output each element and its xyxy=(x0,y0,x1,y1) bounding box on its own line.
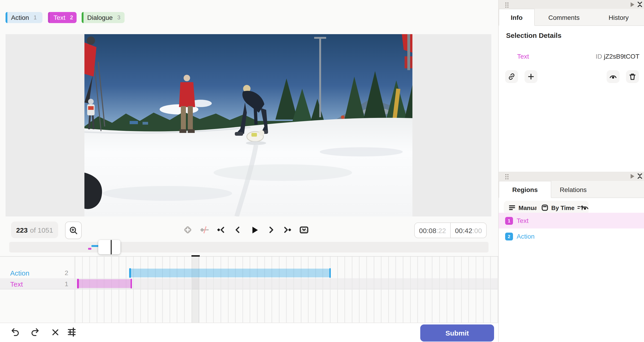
app-root: Action 1 Text 2 Dialogue 3 xyxy=(0,0,644,342)
row-label: Action xyxy=(10,269,29,277)
frame-counter[interactable]: 223 of 1051 xyxy=(11,222,58,238)
bottom-toolbar: Submit xyxy=(0,323,498,342)
settings-button[interactable] xyxy=(67,327,76,337)
prev-keypoint-button[interactable] xyxy=(216,225,226,234)
timeline-region-text-start-handle[interactable] xyxy=(77,279,79,288)
tab-history[interactable]: History xyxy=(593,9,644,26)
minimap-viewport[interactable] xyxy=(98,240,120,254)
box-chevron-down-icon xyxy=(299,225,309,235)
prev-frame-button[interactable] xyxy=(233,225,242,234)
tag-hotkey: 1 xyxy=(34,14,37,21)
drag-handle-icon[interactable] xyxy=(505,174,509,180)
timeline-playhead-handle[interactable] xyxy=(192,255,200,257)
drag-handle-icon[interactable] xyxy=(505,2,509,8)
region-label: Action xyxy=(517,233,535,240)
interpolation-toggle-button[interactable] xyxy=(199,225,210,235)
right-sidebar: Info Comments History Selection Details … xyxy=(498,0,644,342)
delete-region-button[interactable] xyxy=(626,70,639,83)
row-label: Text xyxy=(10,280,23,288)
trash-icon xyxy=(628,73,636,81)
tab-relations[interactable]: Relations xyxy=(551,181,595,198)
reset-button[interactable] xyxy=(51,328,60,336)
timeline-region-text[interactable] xyxy=(77,279,132,288)
timeline-row-text[interactable]: Text 1 xyxy=(0,278,75,289)
tag-color-bar xyxy=(48,12,50,23)
sliders-icon xyxy=(67,327,76,337)
details-panel-header xyxy=(499,0,644,9)
selected-region-label: Text xyxy=(517,53,529,60)
tag-label: Text xyxy=(54,14,65,21)
link-icon xyxy=(508,73,516,81)
video-frame xyxy=(84,34,412,216)
id-value: jZ2sB9tCOT xyxy=(604,53,640,60)
timeline-view-toggle-button[interactable] xyxy=(299,225,309,235)
region-list-item-text[interactable]: 1 Text xyxy=(499,213,644,228)
timeline: Action 2 Text 1 xyxy=(0,256,498,323)
play-button[interactable] xyxy=(250,225,260,235)
add-meta-button[interactable] xyxy=(524,70,538,83)
relation-link-button[interactable] xyxy=(505,70,518,83)
time-duration: 00:42:00 xyxy=(451,223,486,238)
seek-minimap[interactable] xyxy=(9,242,488,252)
timeline-region-action[interactable] xyxy=(129,269,331,277)
submit-button[interactable]: Submit xyxy=(420,324,494,341)
region-list-item-action[interactable]: 2 Action xyxy=(499,228,644,244)
frame-current: 223 xyxy=(16,226,28,234)
add-keypoint-icon xyxy=(183,225,193,235)
panel-collapse-icon[interactable] xyxy=(637,2,642,8)
undo-button[interactable] xyxy=(10,327,20,337)
id-prefix: ID xyxy=(596,53,602,60)
region-index-badge: 2 xyxy=(505,232,513,240)
regions-tabs: Regions Relations xyxy=(499,181,644,198)
manual-order-icon xyxy=(508,204,516,211)
interpolation-disabled-icon xyxy=(199,225,210,235)
tag-hotkey: 3 xyxy=(118,14,120,21)
timeline-region-text-end-handle[interactable] xyxy=(130,279,132,288)
label-tag-text-selected[interactable]: Text 2 xyxy=(48,12,76,23)
next-keypoint-button[interactable] xyxy=(283,225,292,234)
hide-region-button[interactable] xyxy=(607,70,620,83)
details-tabs: Info Comments History xyxy=(499,9,644,26)
tag-color-bar xyxy=(6,12,8,23)
panel-collapse-icon[interactable] xyxy=(637,173,642,179)
minimap-region-text xyxy=(88,248,91,250)
label-tag-action[interactable]: Action 1 xyxy=(6,12,42,23)
time-display: 00:08:22 00:42:00 xyxy=(414,222,487,238)
region-label: Text xyxy=(517,217,528,224)
tab-info[interactable]: Info xyxy=(499,9,535,26)
play-icon xyxy=(250,225,260,235)
timeline-label-column xyxy=(0,257,75,323)
tag-color-bar xyxy=(82,12,84,23)
timeline-playhead-band[interactable] xyxy=(192,257,199,323)
redo-button[interactable] xyxy=(30,327,40,337)
tab-comments[interactable]: Comments xyxy=(535,9,593,26)
timeline-grid[interactable] xyxy=(75,257,498,323)
magnifier-plus-icon xyxy=(69,226,78,235)
chevron-left-icon xyxy=(233,225,242,234)
label-tag-dialogue[interactable]: Dialogue 3 xyxy=(82,12,124,23)
next-frame-button[interactable] xyxy=(267,225,276,234)
tag-label: Dialogue xyxy=(87,14,113,21)
panel-detach-icon[interactable] xyxy=(630,174,635,179)
redo-icon xyxy=(30,327,40,337)
panel-detach-icon[interactable] xyxy=(630,2,635,7)
toggle-all-regions-visibility-button[interactable] xyxy=(581,204,589,212)
video-stage[interactable] xyxy=(6,34,491,216)
timeline-row-action[interactable]: Action 2 xyxy=(0,267,75,278)
undo-icon xyxy=(10,327,20,337)
time-position: 00:08:22 xyxy=(415,223,451,238)
regions-panel-header xyxy=(499,172,644,181)
timeline-zoom-button[interactable] xyxy=(65,222,82,239)
row-count: 2 xyxy=(64,269,68,276)
timeline-region-action-start-handle[interactable] xyxy=(129,268,131,278)
add-keypoint-button[interactable] xyxy=(183,225,193,235)
frame-total: of 1051 xyxy=(30,226,53,234)
selected-region-id: ID jZ2sB9tCOT xyxy=(596,53,640,60)
tab-regions[interactable]: Regions xyxy=(499,181,551,198)
chevron-right-icon xyxy=(267,225,276,234)
minimap-playhead[interactable] xyxy=(111,240,112,254)
selection-details-heading: Selection Details xyxy=(506,31,562,39)
eye-icon xyxy=(609,73,617,81)
timeline-region-action-end-handle[interactable] xyxy=(329,268,331,278)
row-count: 1 xyxy=(64,280,68,287)
